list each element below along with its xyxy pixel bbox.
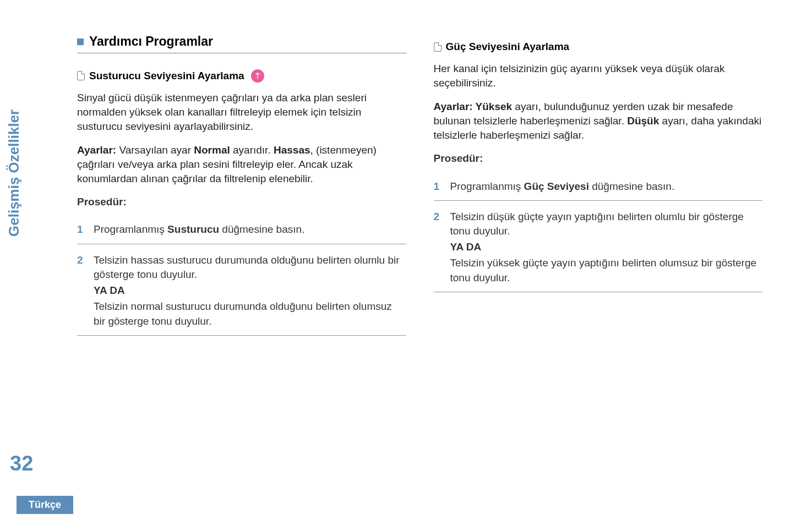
step-number: 2	[77, 253, 86, 329]
step-body: Programlanmış Susturucu düğmesine basın.	[94, 222, 406, 237]
label-bold: Güç Seviyesi	[524, 181, 589, 192]
right-column: Güç Seviyesini Ayarlama Her kanal için t…	[434, 33, 763, 336]
step-number: 1	[77, 222, 86, 237]
text: düğmesine basın.	[589, 181, 674, 192]
text: Telsizin düşük güçte yayın yaptığını bel…	[450, 210, 763, 238]
or-label: YA DA	[94, 283, 406, 298]
text: ayarıdır.	[230, 144, 274, 156]
step-body: Telsizin hassas susturucu durumunda oldu…	[94, 253, 406, 329]
label-bold: Ayarlar:	[434, 101, 476, 112]
page-content: Yardımcı Programlar Susturucu Seviyesini…	[0, 0, 812, 336]
text: Telsizin hassas susturucu durumunda oldu…	[94, 253, 406, 282]
page-number: 32	[10, 452, 33, 475]
section-heading: Yardımcı Programlar	[89, 33, 213, 51]
subheading-row: Güç Seviyesini Ayarlama	[434, 40, 763, 54]
procedure-step: 2 Telsizin düşük güçte yayın yaptığını b…	[434, 204, 763, 292]
text: Varsayılan ayar	[116, 144, 194, 156]
label-bold: Hassas	[274, 144, 310, 156]
paragraph: Sinyal gücü düşük istenmeyen çağrıları y…	[77, 91, 406, 134]
label-bold: Düşük	[627, 115, 659, 127]
text: Programlanmış	[450, 181, 524, 192]
left-column: Yardımcı Programlar Susturucu Seviyesini…	[77, 33, 406, 336]
paragraph: Her kanal için telsizinizin güç ayarını …	[434, 62, 763, 90]
label-bold: Yüksek	[476, 101, 513, 112]
procedure-step: 1 Programlanmış Susturucu düğmesine bası…	[77, 217, 406, 244]
paragraph: Ayarlar: Varsayılan ayar Normal ayarıdır…	[77, 143, 406, 187]
procedure-step: 1 Programlanmış Güç Seviyesi düğmesine b…	[434, 174, 763, 201]
step-number: 1	[434, 179, 443, 194]
label-bold: Ayarlar:	[77, 144, 116, 156]
label-bold: Susturucu	[167, 223, 219, 235]
text: Programlanmış	[94, 223, 167, 235]
text: düğmesine basın.	[219, 223, 304, 235]
text: Telsizin yüksek güçte yayın yaptığını be…	[450, 256, 763, 285]
subheading-row: Susturucu Seviyesini Ayarlama	[77, 69, 406, 83]
or-label: YA DA	[450, 240, 763, 254]
antenna-icon	[251, 69, 264, 83]
step-body: Programlanmış Güç Seviyesi düğmesine bas…	[450, 179, 763, 194]
subheading: Susturucu Seviyesini Ayarlama	[89, 69, 244, 83]
step-number: 2	[434, 210, 443, 285]
procedure-label: Prosedür:	[77, 195, 406, 209]
square-bullet-icon	[77, 39, 84, 45]
paragraph: Ayarlar: Yüksek ayarı, bulunduğunuz yerd…	[434, 100, 763, 143]
section-heading-row: Yardımcı Programlar	[77, 33, 406, 53]
subheading: Güç Seviyesini Ayarlama	[446, 40, 570, 54]
label-bold: Normal	[194, 144, 230, 156]
step-body: Telsizin düşük güçte yayın yaptığını bel…	[450, 210, 763, 285]
document-icon	[434, 42, 442, 52]
language-tab: Türkçe	[17, 496, 73, 514]
procedure-label: Prosedür:	[434, 151, 763, 166]
document-icon	[77, 71, 85, 80]
text: Telsizin normal susturucu durumunda oldu…	[94, 299, 406, 328]
procedure-step: 2 Telsizin hassas susturucu durumunda ol…	[77, 248, 406, 336]
